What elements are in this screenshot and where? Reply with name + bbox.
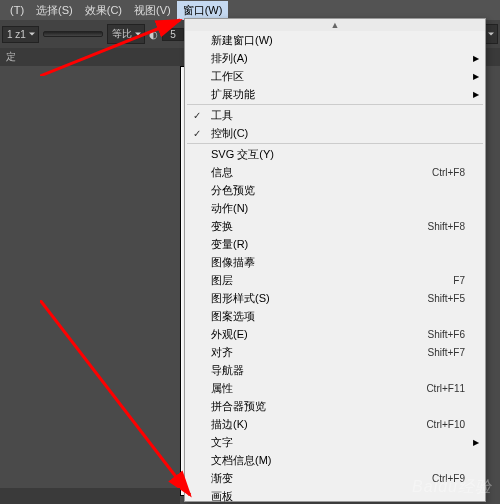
shortcut-label: F7 [453, 275, 465, 286]
option-label: 定 [6, 50, 16, 64]
menu-窗口(W)[interactable]: 窗口(W) [177, 1, 229, 20]
bottom-bar [0, 488, 180, 504]
shortcut-label: Shift+F5 [427, 293, 465, 304]
menu-item[interactable]: 图案选项 [185, 307, 485, 325]
menu-item-label: 分色预览 [211, 183, 255, 198]
slider[interactable] [43, 31, 103, 37]
menu-item[interactable]: ✓工具 [185, 106, 485, 124]
menubar: (T)选择(S)效果(C)视图(V)窗口(W) [0, 0, 500, 20]
menu-item[interactable]: 动作(N) [185, 199, 485, 217]
menu-item-label: 控制(C) [211, 126, 248, 141]
menu-item[interactable]: ✓控制(C) [185, 124, 485, 142]
menu-item[interactable]: 文字▶ [185, 433, 485, 451]
menu-item-label: 动作(N) [211, 201, 248, 216]
menu-item[interactable]: 导航器 [185, 361, 485, 379]
check-icon: ✓ [193, 128, 201, 139]
menu-item-label: 图层 [211, 273, 233, 288]
menu-item[interactable]: 对齐Shift+F7 [185, 343, 485, 361]
menu-item-label: 信息 [211, 165, 233, 180]
menu-item-label: 排列(A) [211, 51, 248, 66]
shortcut-label: Ctrl+F10 [426, 419, 465, 430]
menu-item-label: 画板 [211, 489, 233, 504]
menu-item-label: 变量(R) [211, 237, 248, 252]
menu-item[interactable]: 分色预览 [185, 181, 485, 199]
menu-item[interactable]: 信息Ctrl+F8 [185, 163, 485, 181]
menu-item-label: 图形样式(S) [211, 291, 270, 306]
chevron-right-icon: ▶ [473, 438, 479, 447]
menu-item[interactable]: 图形样式(S)Shift+F5 [185, 289, 485, 307]
menu-item-label: 工具 [211, 108, 233, 123]
menu-视图(V)[interactable]: 视图(V) [128, 1, 177, 20]
menu-separator [187, 104, 483, 105]
menu-item[interactable]: 图像描摹 [185, 253, 485, 271]
shortcut-label: Shift+F7 [427, 347, 465, 358]
menu-item-label: 属性 [211, 381, 233, 396]
menu-item[interactable]: SVG 交互(Y) [185, 145, 485, 163]
menu-item-label: 新建窗口(W) [211, 33, 273, 48]
menu-item-label: 变换 [211, 219, 233, 234]
menu-item-label: 描边(K) [211, 417, 248, 432]
menu-item-label: SVG 交互(Y) [211, 147, 274, 162]
menu-item[interactable]: 扩展功能▶ [185, 85, 485, 103]
menu-item[interactable]: 拼合器预览 [185, 397, 485, 415]
menu-item[interactable]: 新建窗口(W) [185, 31, 485, 49]
menu-item[interactable]: 描边(K)Ctrl+F10 [185, 415, 485, 433]
shortcut-label: Ctrl+F9 [432, 473, 465, 484]
ratio-dropdown[interactable]: 等比 [107, 24, 145, 44]
scroll-up-arrow[interactable]: ▲ [185, 19, 485, 31]
shortcut-label: Shift+F8 [427, 221, 465, 232]
chevron-right-icon: ▶ [473, 90, 479, 99]
menu-效果(C)[interactable]: 效果(C) [79, 1, 128, 20]
glyph-icon: ◐ [149, 29, 158, 40]
menu-item[interactable]: 属性Ctrl+F11 [185, 379, 485, 397]
menu-(T)[interactable]: (T) [4, 2, 30, 18]
check-icon: ✓ [193, 110, 201, 121]
shortcut-label: Ctrl+F8 [432, 167, 465, 178]
menu-item-label: 文档信息(M) [211, 453, 272, 468]
menu-item[interactable]: 外观(E)Shift+F6 [185, 325, 485, 343]
menu-item[interactable]: 渐变Ctrl+F9 [185, 469, 485, 487]
sides-input[interactable] [162, 28, 184, 41]
menu-separator [187, 143, 483, 144]
menu-item[interactable]: 变量(R) [185, 235, 485, 253]
svg-line-1 [40, 300, 190, 495]
chevron-right-icon: ▶ [473, 54, 479, 63]
menu-item-label: 图案选项 [211, 309, 255, 324]
chevron-right-icon: ▶ [473, 72, 479, 81]
menu-item-label: 对齐 [211, 345, 233, 360]
menu-item[interactable]: 排列(A)▶ [185, 49, 485, 67]
menu-选择(S)[interactable]: 选择(S) [30, 1, 79, 20]
menu-item[interactable]: 图层F7 [185, 271, 485, 289]
opacity-dropdown[interactable]: 1 z1 [2, 26, 39, 43]
menu-item-label: 扩展功能 [211, 87, 255, 102]
menu-item[interactable]: 画板 [185, 487, 485, 504]
shortcut-label: Ctrl+F11 [426, 383, 465, 394]
menu-item[interactable]: 文档信息(M) [185, 451, 485, 469]
menu-item-label: 拼合器预览 [211, 399, 266, 414]
menu-item[interactable]: 变换Shift+F8 [185, 217, 485, 235]
window-menu-dropdown: ▲ 新建窗口(W)排列(A)▶工作区▶扩展功能▶✓工具✓控制(C)SVG 交互(… [184, 18, 486, 502]
menu-item-label: 渐变 [211, 471, 233, 486]
menu-item[interactable]: 工作区▶ [185, 67, 485, 85]
shortcut-label: Shift+F6 [427, 329, 465, 340]
menu-item-label: 工作区 [211, 69, 244, 84]
menu-item-label: 图像描摹 [211, 255, 255, 270]
menu-item-label: 导航器 [211, 363, 244, 378]
menu-item-label: 文字 [211, 435, 233, 450]
menu-item-label: 外观(E) [211, 327, 248, 342]
